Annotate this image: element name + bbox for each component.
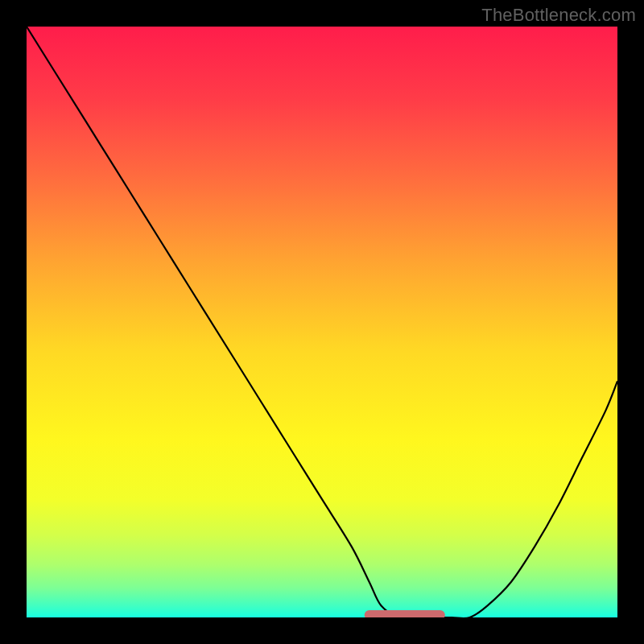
chart-frame: TheBottleneck.com (0, 0, 644, 644)
watermark-text: TheBottleneck.com (481, 5, 636, 26)
chart-background (27, 27, 617, 617)
chart-svg (27, 27, 617, 617)
chart-plot-area (27, 27, 617, 617)
